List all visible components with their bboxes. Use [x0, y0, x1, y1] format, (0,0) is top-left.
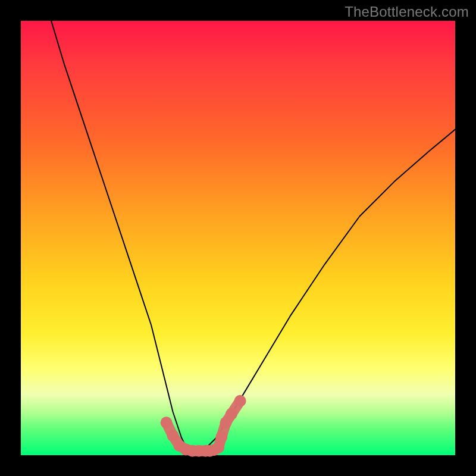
- flat-bottom-dot: [226, 408, 237, 420]
- flat-bottom-dot: [167, 430, 179, 441]
- curve-layer: [51, 21, 455, 453]
- flat-bottom-dot: [215, 431, 227, 443]
- flat-bottom-dot: [212, 441, 224, 453]
- flat-bottom-dot: [161, 416, 173, 428]
- dots-layer: [161, 395, 246, 457]
- chart-svg: [21, 21, 455, 455]
- flat-bottom-dot: [234, 395, 246, 407]
- chart-frame: TheBottleneck.com: [0, 0, 476, 476]
- watermark-text: TheBottleneck.com: [345, 4, 469, 20]
- bottleneck-curve: [51, 21, 455, 453]
- plot-area: [21, 21, 455, 455]
